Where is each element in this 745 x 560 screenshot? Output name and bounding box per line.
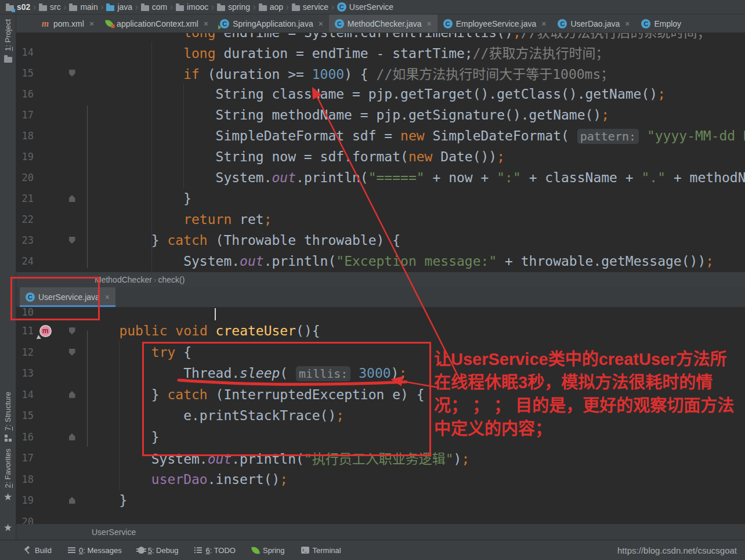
breadcrumb-class[interactable]: UserService — [92, 528, 136, 537]
code-line-20: 20 System.out.println("=====" + now + ":… — [16, 167, 745, 188]
fold-marker[interactable] — [69, 70, 75, 77]
fold-marker[interactable] — [69, 349, 75, 356]
line-number[interactable]: 16 — [16, 431, 34, 443]
breadcrumb-item-label: main — [80, 2, 97, 12]
tab-UserService.java[interactable]: CUserService.java× — [20, 287, 115, 307]
code-editor-methodchecker[interactable]: long endTime = System.currentTimeMillis(… — [16, 33, 745, 272]
line-number[interactable]: 10 — [16, 308, 34, 318]
breadcrumb-item-UserService[interactable]: CUserService — [336, 2, 395, 12]
close-icon[interactable]: × — [319, 19, 323, 28]
line-number[interactable]: 17 — [16, 109, 34, 121]
breadcrumb-class[interactable]: MethodChecker — [95, 275, 152, 284]
statusbar-item-Spring[interactable]: Spring — [252, 546, 285, 555]
line-number[interactable]: 18 — [16, 474, 34, 485]
bean-method-icon[interactable]: m — [41, 326, 50, 336]
breadcrumb-separator: › — [331, 2, 334, 12]
statusbar-item-TODO[interactable]: 6: TODO — [194, 546, 236, 555]
debug-icon — [138, 547, 144, 554]
line-number[interactable]: 23 — [16, 234, 34, 246]
line-number[interactable]: 15 — [16, 410, 34, 421]
breadcrumb-separator: › — [33, 2, 36, 12]
breadcrumb-item-spring[interactable]: spring — [216, 2, 251, 12]
line-number[interactable]: 16 — [16, 88, 34, 100]
line-number[interactable]: 24 — [16, 255, 34, 267]
line-number[interactable]: 13 — [16, 367, 34, 379]
line-number[interactable]: 22 — [16, 214, 34, 225]
close-icon[interactable]: × — [427, 19, 432, 28]
line-number[interactable]: 21 — [16, 193, 34, 204]
toolbar-structure-button[interactable]: 7: Structure — [0, 392, 16, 442]
line-number[interactable]: 20 — [16, 172, 34, 183]
code-line-16: 16 String className = pjp.getTarget().ge… — [16, 84, 745, 104]
folder-icon — [69, 5, 77, 11]
line-number[interactable]: 17 — [16, 452, 34, 464]
fold-marker[interactable] — [69, 237, 75, 244]
statusbar-item-Build[interactable]: Build — [23, 546, 52, 555]
close-icon[interactable]: × — [105, 292, 110, 302]
statusbar-label: Terminal — [313, 546, 341, 555]
toolbar-project-button[interactable]: 1: Project — [0, 19, 16, 63]
line-number[interactable]: 18 — [16, 130, 34, 142]
close-icon[interactable]: × — [541, 19, 546, 28]
class-run-icon: C — [220, 19, 229, 28]
toolbar-favorites-button[interactable]: 2: Favorites ★ — [0, 449, 16, 502]
fold-marker[interactable] — [69, 433, 75, 440]
breadcrumb-item-service[interactable]: service — [291, 2, 330, 12]
breadcrumb-item-main[interactable]: main — [68, 2, 99, 12]
line-number[interactable]: 14 — [16, 46, 34, 58]
statusbar-item-Terminal[interactable]: Terminal — [301, 546, 341, 555]
line-number[interactable]: 20 — [16, 516, 34, 524]
tab-label: MethodChecker.java — [348, 19, 422, 28]
line-number[interactable]: 11 — [16, 325, 34, 337]
fold-marker[interactable] — [69, 497, 75, 504]
breadcrumb-separator: › — [170, 2, 173, 12]
statusbar-item-Messages[interactable]: 0: Messages — [68, 546, 122, 555]
close-icon[interactable]: × — [204, 19, 208, 28]
code-text: System.out.println("执行员工入职业务逻辑"); — [87, 448, 469, 468]
watermark-url: https://blog.csdn.net/csucsgoat — [617, 545, 737, 555]
code-line-21: 21 } — [16, 188, 745, 209]
fold-marker[interactable] — [69, 391, 75, 398]
breadcrumb-item-src[interactable]: src — [38, 2, 62, 12]
tab-applicationContext.xml[interactable]: applicationContext.xml× — [100, 15, 214, 32]
statusbar-label: 5: Debug — [148, 546, 179, 555]
breadcrumb-method[interactable]: check() — [158, 275, 185, 284]
statusbar-label: Build — [35, 546, 52, 555]
fold-marker[interactable] — [69, 195, 75, 202]
editor-tab-bar-top: mpom.xml×applicationContext.xml×CSpringA… — [16, 15, 745, 33]
tab-label: EmployeeService.java — [456, 19, 537, 28]
tab-UserDao.java[interactable]: CUserDao.java× — [552, 15, 635, 32]
statusbar-item-Debug[interactable]: 5: Debug — [138, 546, 179, 555]
line-number[interactable]: 19 — [16, 151, 34, 162]
breadcrumb-item-aop[interactable]: aop — [258, 2, 284, 12]
fold-slot — [57, 195, 87, 202]
code-line-18: 18 userDao.insert(); — [16, 469, 745, 490]
fold-marker[interactable] — [69, 327, 75, 334]
favorites-star-button[interactable]: ★ — [0, 523, 16, 533]
breadcrumb-item-imooc[interactable]: imooc — [175, 2, 209, 12]
tab-EmployeeService.java[interactable]: CEmployeeService.java× — [437, 15, 552, 32]
text-caret — [215, 308, 216, 320]
code-text: SimpleDateFormat sdf = new SimpleDateFor… — [87, 128, 745, 143]
project-folder-icon — [4, 57, 12, 63]
close-icon[interactable]: × — [89, 19, 94, 28]
tab-pom.xml[interactable]: mpom.xml× — [35, 15, 100, 32]
class-icon: C — [26, 292, 35, 302]
fold-slot — [57, 70, 87, 77]
code-text: e.printStackTrace(); — [87, 408, 344, 423]
tab-SpringApplication.java[interactable]: CSpringApplication.java× — [214, 15, 329, 32]
tab-MethodChecker.java[interactable]: CMethodChecker.java× — [329, 15, 437, 32]
breadcrumb-item-java[interactable]: java — [105, 2, 133, 12]
tab-Employ[interactable]: CEmploy — [635, 15, 687, 32]
breadcrumb-item-com[interactable]: com — [140, 2, 168, 12]
breadcrumb-separator: › — [253, 2, 256, 12]
code-text: } catch (Throwable throwable) { — [87, 233, 400, 248]
line-number[interactable]: 19 — [16, 494, 34, 506]
breadcrumb-item-s02[interactable]: s02 — [5, 2, 31, 12]
line-number[interactable]: 15 — [16, 67, 34, 79]
line-number[interactable]: 14 — [16, 389, 34, 400]
editor-breadcrumb: MethodChecker › check() — [16, 272, 745, 287]
line-number[interactable]: 12 — [16, 346, 34, 358]
close-icon[interactable]: × — [625, 19, 630, 28]
code-line-23: 23 } catch (Throwable throwable) { — [16, 230, 745, 251]
